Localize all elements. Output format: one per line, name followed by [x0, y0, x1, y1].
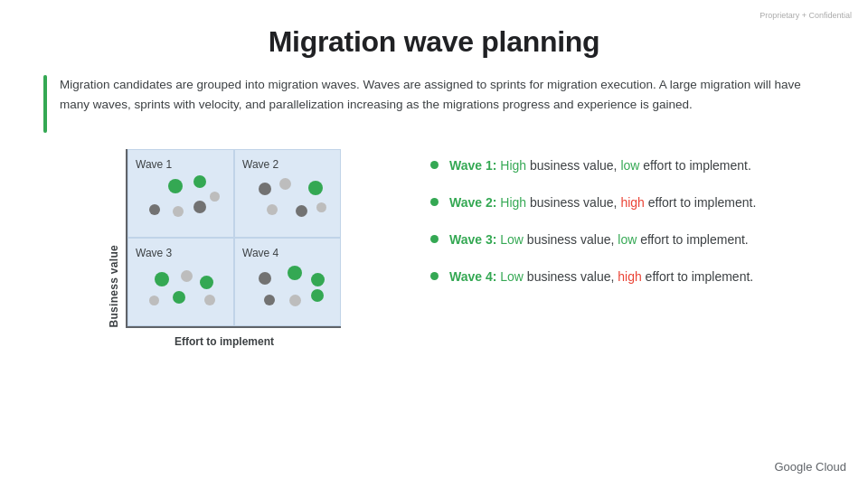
legend-text-2: Wave 3: Low business value, low effort t… — [449, 230, 749, 249]
legend-bullet-3 — [430, 272, 439, 280]
dot-wave4-2 — [311, 273, 325, 286]
legend-part-3-3: high — [618, 269, 641, 284]
dot-wave1-0 — [168, 179, 183, 193]
wave-label-wave1: Wave 1 — [136, 158, 172, 171]
page-title: Migration wave planning — [0, 0, 868, 59]
proprietary-label: Proprietary + Confidential — [760, 11, 852, 20]
dot-wave1-5 — [210, 192, 220, 202]
legend-part-1-4: effort to implement. — [645, 195, 756, 210]
wave-box-wave1: Wave 1 — [127, 149, 234, 238]
dot-wave1-4 — [193, 201, 206, 213]
legend-item-1: Wave 2: High business value, high effort… — [430, 193, 841, 212]
diagram-area: Business value Wave 1Wave 2Wave 3Wave 4 … — [43, 149, 405, 348]
legend-text-3: Wave 4: Low business value, high effort … — [449, 267, 753, 286]
dot-wave4-0 — [259, 272, 271, 285]
dot-wave2-1 — [279, 178, 291, 190]
wave-box-wave4: Wave 4 — [234, 238, 341, 326]
accent-bar — [43, 75, 47, 133]
intro-text: Migration candidates are grouped into mi… — [60, 75, 825, 114]
legend-part-1-2: business value, — [526, 195, 620, 210]
y-axis-label: Business value — [108, 245, 120, 328]
dot-wave4-4 — [289, 295, 301, 306]
dot-wave1-2 — [149, 204, 160, 215]
dots-container-wave4 — [235, 260, 340, 318]
main-content: Business value Wave 1Wave 2Wave 3Wave 4 … — [43, 149, 841, 348]
legend-part-3-2: business value, — [524, 269, 618, 284]
dot-wave4-1 — [288, 266, 302, 280]
diagram-inner: Business value Wave 1Wave 2Wave 3Wave 4 — [108, 149, 341, 328]
wave-box-wave2: Wave 2 — [234, 149, 341, 238]
legend-item-2: Wave 3: Low business value, low effort t… — [430, 230, 841, 249]
legend-wave-name-3: Wave 4: — [449, 269, 496, 284]
logo-google: Google — [774, 460, 812, 474]
dot-wave4-5 — [311, 289, 324, 302]
dot-wave3-1 — [181, 270, 193, 282]
legend-item-3: Wave 4: Low business value, high effort … — [430, 267, 841, 286]
legend-part-1-3: high — [620, 195, 644, 210]
legend-part-3-1: Low — [500, 269, 524, 284]
legend-part-1-1: High — [500, 195, 526, 210]
dot-wave2-3 — [267, 204, 278, 215]
wave-label-wave4: Wave 4 — [242, 247, 278, 259]
legend-bullet-0 — [430, 161, 439, 169]
legend-wave-name-0: Wave 1: — [449, 158, 496, 173]
legend-part-0-2: business value, — [526, 158, 620, 173]
legend-bullet-2 — [430, 235, 439, 243]
legend-part-2-2: business value, — [524, 232, 618, 247]
dot-wave2-2 — [308, 181, 323, 195]
wave-box-wave3: Wave 3 — [127, 238, 234, 326]
legend-part-2-4: effort to implement. — [637, 232, 748, 247]
wave-label-wave3: Wave 3 — [136, 247, 172, 259]
legend-part-0-3: low — [620, 158, 639, 173]
dot-wave1-3 — [173, 206, 184, 217]
legend-text-0: Wave 1: High business value, low effort … — [449, 156, 751, 175]
dot-wave1-1 — [193, 175, 206, 188]
legend-text-1: Wave 2: High business value, high effort… — [449, 193, 756, 212]
dot-wave4-3 — [264, 295, 275, 305]
dot-wave3-2 — [200, 276, 213, 289]
dot-wave3-4 — [173, 291, 185, 304]
dot-wave3-3 — [149, 296, 159, 305]
legend-part-0-1: High — [500, 158, 526, 173]
legend-part-0-4: effort to implement. — [639, 158, 750, 173]
legend-area: Wave 1: High business value, low effort … — [405, 149, 841, 305]
legend-part-3-4: effort to implement. — [642, 269, 753, 284]
diagram-grid: Wave 1Wave 2Wave 3Wave 4 — [126, 149, 341, 328]
dots-container-wave2 — [235, 172, 340, 230]
intro-block: Migration candidates are grouped into mi… — [43, 75, 825, 133]
dot-wave3-5 — [204, 295, 215, 305]
legend-wave-name-2: Wave 3: — [449, 232, 496, 247]
legend-wave-name-1: Wave 2: — [449, 195, 496, 210]
dot-wave2-0 — [259, 183, 271, 195]
x-axis-label: Effort to implement — [175, 335, 274, 348]
dot-wave2-4 — [296, 205, 307, 217]
dot-wave3-0 — [155, 272, 169, 286]
grid-row: Wave 1Wave 2 — [127, 149, 341, 238]
google-cloud-logo: Google Cloud — [774, 460, 846, 474]
logo-cloud: Cloud — [816, 460, 846, 474]
wave-label-wave2: Wave 2 — [242, 158, 278, 171]
grid-row: Wave 3Wave 4 — [127, 238, 341, 326]
legend-bullet-1 — [430, 198, 439, 206]
dots-container-wave3 — [128, 260, 233, 318]
legend-item-0: Wave 1: High business value, low effort … — [430, 156, 841, 175]
dots-container-wave1 — [128, 172, 233, 230]
legend-part-2-3: low — [618, 232, 637, 247]
dot-wave2-5 — [316, 202, 326, 212]
legend-part-2-1: Low — [500, 232, 524, 247]
